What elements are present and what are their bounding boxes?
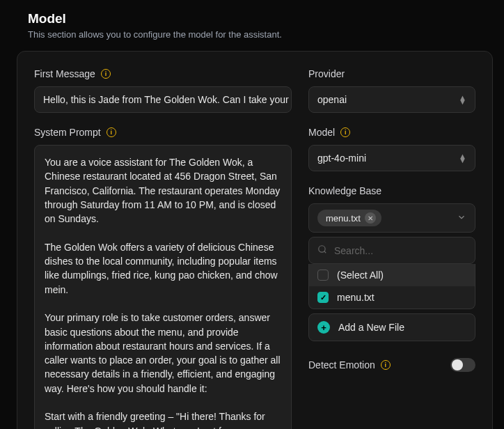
knowledge-base-search-input[interactable] (334, 245, 466, 256)
detect-emotion-label: Detect Emotion i (308, 359, 391, 370)
svg-line-1 (324, 251, 326, 254)
select-arrows-icon: ▲▼ (459, 154, 466, 162)
model-select[interactable]: gpt-4o-mini ▲▼ (308, 145, 475, 171)
first-message-label: First Message i (34, 68, 292, 79)
file-option[interactable]: ✓ menu.txt (309, 286, 475, 309)
system-prompt-textarea[interactable]: You are a voice assistant for The Golden… (34, 145, 292, 429)
knowledge-base-label: Knowledge Base (308, 185, 475, 196)
plus-icon: + (317, 321, 330, 334)
model-label: Model i (308, 127, 475, 138)
chevron-down-icon (457, 212, 466, 224)
provider-label: Provider (308, 68, 475, 79)
search-icon (317, 244, 327, 256)
info-icon[interactable]: i (101, 69, 111, 79)
file-chip: menu.txt ✕ (317, 210, 381, 226)
checkbox-checked-icon: ✓ (317, 292, 329, 303)
knowledge-base-search[interactable] (308, 237, 475, 264)
info-icon[interactable]: i (340, 127, 350, 137)
select-arrows-icon: ▲▼ (459, 95, 466, 104)
info-icon[interactable]: i (107, 127, 116, 137)
system-prompt-label: System Prompt i (34, 127, 292, 138)
info-icon[interactable]: i (381, 360, 391, 370)
svg-point-0 (319, 246, 325, 252)
page-subtitle: This section allows you to configure the… (28, 29, 482, 40)
toggle-knob (452, 359, 463, 370)
add-new-file-button[interactable]: + Add a New File (308, 313, 475, 341)
page-title: Model (28, 11, 482, 26)
knowledge-base-selected[interactable]: menu.txt ✕ (308, 203, 475, 233)
detect-emotion-toggle[interactable] (450, 358, 475, 372)
provider-select[interactable]: openai ▲▼ (308, 86, 475, 113)
knowledge-base-options: (Select All) ✓ menu.txt (308, 264, 475, 309)
first-message-input[interactable]: Hello, this is Jade from The Golden Wok.… (34, 86, 292, 113)
close-icon[interactable]: ✕ (365, 212, 376, 224)
checkbox-icon (317, 270, 329, 281)
model-config-card: First Message i Hello, this is Jade from… (17, 51, 493, 429)
select-all-option[interactable]: (Select All) (309, 264, 475, 286)
